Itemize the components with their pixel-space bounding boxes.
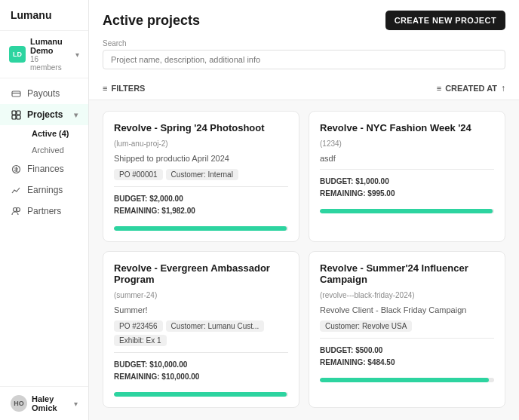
remaining-amount: REMAINING: $1,982.00 (114, 205, 288, 217)
budget-info: BUDGET: $1,000.00 REMAINING: $995.00 (320, 176, 494, 200)
footer-user-name: Haley Omick (32, 394, 69, 412)
sidebar-footer-user[interactable]: HO Haley Omick ▾ (0, 386, 88, 420)
project-name: Revolve - Evergreen Ambassador Program (114, 262, 288, 285)
budget-amount: BUDGET: $1,000.00 (320, 176, 494, 188)
filter-row: ≡ FILTERS ≡ CREATED AT ↑ (103, 77, 505, 100)
search-label: Search (103, 39, 505, 48)
project-desc: asdf (320, 154, 494, 163)
project-card[interactable]: Revolve - NYC Fashion Week '24 (1234) as… (309, 111, 505, 242)
projects-icon (11, 109, 21, 120)
footer-avatar: HO (11, 395, 27, 412)
project-slug: (revolve---black-friday-2024) (320, 291, 494, 299)
create-project-button[interactable]: CREATE NEW PROJECT (385, 11, 505, 30)
budget-info: BUDGET: $10,000.00 REMAINING: $10,000.00 (114, 359, 288, 383)
project-desc: Shipped to productio April 2024 (114, 154, 288, 163)
filters-label: FILTERS (111, 84, 145, 93)
divider (320, 338, 494, 339)
earnings-icon (11, 185, 21, 195)
remaining-amount: REMAINING: $995.00 (320, 188, 494, 200)
divider (114, 186, 288, 187)
svg-rect-3 (12, 115, 16, 119)
sort-label: CREATED AT (445, 84, 497, 93)
divider (320, 169, 494, 170)
project-tags: PO #00001Customer: Internal (114, 169, 288, 180)
user-avatar: LD (9, 46, 26, 63)
progress-bar (114, 392, 288, 397)
progress-bar (114, 226, 288, 231)
project-tags: Customer: Revolve USA (320, 320, 494, 332)
svg-rect-0 (12, 91, 20, 97)
budget-info: BUDGET: $500.00 REMAINING: $484.50 (320, 345, 494, 369)
sidebar-item-finances[interactable]: Finances (0, 158, 88, 179)
user-name: Lumanu Demo (30, 37, 71, 55)
project-card[interactable]: Revolve - Evergreen Ambassador Program (… (103, 251, 299, 408)
sidebar-item-earnings[interactable]: Earnings (0, 179, 88, 201)
budget-info: BUDGET: $2,000.00 REMAINING: $1,982.00 (114, 193, 288, 217)
project-slug: (summer-24) (114, 291, 288, 299)
sidebar-item-partners[interactable]: Partners (0, 201, 88, 222)
project-name: Revolve - Spring '24 Photoshoot (114, 122, 288, 133)
progress-bar (320, 378, 494, 382)
sidebar-item-finances-label: Finances (27, 164, 64, 174)
main-header: Active projects CREATE NEW PROJECT Searc… (89, 0, 519, 100)
budget-amount: BUDGET: $10,000.00 (114, 359, 288, 371)
sidebar-item-active[interactable]: Active (4) (21, 125, 88, 142)
payouts-icon (11, 88, 21, 99)
project-tag: PO #23456 (114, 320, 163, 332)
project-card[interactable]: Revolve - Spring '24 Photoshoot (lum-anu… (103, 111, 299, 242)
sort-icon: ≡ (437, 84, 441, 93)
user-members: 16 members (30, 55, 71, 72)
progress-fill (320, 209, 493, 213)
sidebar-item-partners-label: Partners (27, 206, 61, 216)
progress-fill (114, 226, 287, 231)
project-desc: Summer! (114, 305, 288, 314)
remaining-amount: REMAINING: $10,000.00 (114, 371, 288, 383)
project-tag: Customer: Lumanu Cust... (166, 320, 265, 332)
budget-amount: BUDGET: $2,000.00 (114, 193, 288, 205)
project-tag: Exhibit: Ex 1 (114, 335, 167, 346)
sidebar-item-payouts[interactable]: Payouts (0, 83, 88, 104)
project-desc: Revolve Client - Black Friday Campaign (320, 305, 494, 314)
project-tag: PO #00001 (114, 169, 163, 180)
svg-rect-1 (12, 111, 16, 115)
main-content: Active projects CREATE NEW PROJECT Searc… (89, 0, 519, 420)
project-tag: Customer: Revolve USA (320, 320, 412, 332)
sidebar-user-section[interactable]: LD Lumanu Demo 16 members ▾ (0, 31, 88, 78)
budget-amount: BUDGET: $500.00 (320, 345, 494, 357)
search-row: Search (103, 39, 505, 69)
sort-arrow-icon: ↑ (501, 83, 505, 94)
project-name: Revolve - NYC Fashion Week '24 (320, 122, 494, 133)
title-row: Active projects CREATE NEW PROJECT (103, 11, 505, 30)
user-chevron-icon: ▾ (75, 51, 79, 59)
sidebar-item-projects-label: Projects (27, 109, 63, 120)
search-input[interactable] (103, 50, 505, 69)
projects-area: Revolve - Spring '24 Photoshoot (lum-anu… (89, 100, 519, 420)
progress-fill (320, 378, 489, 382)
sidebar-item-earnings-label: Earnings (27, 185, 63, 195)
sort-section[interactable]: ≡ CREATED AT ↑ (437, 83, 505, 94)
sidebar-item-payouts-label: Payouts (27, 88, 60, 99)
partners-icon (11, 206, 21, 216)
progress-fill (114, 392, 287, 397)
avatar-initials: LD (13, 51, 22, 58)
sidebar: Lumanu LD Lumanu Demo 16 members ▾ Payou… (0, 0, 89, 420)
filter-icon: ≡ (103, 84, 107, 93)
user-info: Lumanu Demo 16 members (30, 37, 71, 72)
sidebar-nav: Payouts Projects ▾ Active (4) Archived F… (0, 78, 88, 386)
active-label: Active (4) (32, 129, 69, 138)
remaining-amount: REMAINING: $484.50 (320, 357, 494, 369)
sidebar-projects-submenu: Active (4) Archived (0, 125, 88, 158)
logo-text: Lumanu (11, 9, 51, 21)
sidebar-item-archived[interactable]: Archived (21, 142, 88, 158)
finances-icon (11, 164, 21, 174)
sidebar-item-projects[interactable]: Projects ▾ (0, 104, 88, 125)
footer-chevron-icon: ▾ (74, 400, 78, 408)
project-tag: Customer: Internal (166, 169, 238, 180)
svg-rect-4 (17, 115, 20, 119)
project-card[interactable]: Revolve - Summer'24 Influencer Campaign … (309, 251, 505, 408)
project-name: Revolve - Summer'24 Influencer Campaign (320, 262, 494, 285)
filters-button[interactable]: ≡ FILTERS (103, 84, 145, 93)
progress-bar (320, 209, 494, 213)
page-title: Active projects (103, 13, 200, 29)
projects-chevron-icon: ▾ (74, 111, 78, 119)
